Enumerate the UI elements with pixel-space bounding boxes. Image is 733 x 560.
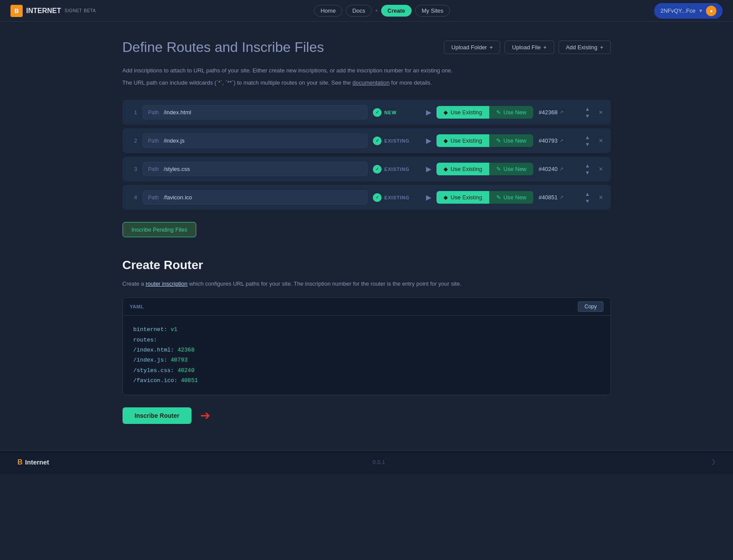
row-up-button[interactable]: ▲ <box>583 134 592 140</box>
nav-create[interactable]: Create <box>381 5 412 17</box>
use-existing-button[interactable]: ◆ Use Existing <box>436 163 489 175</box>
logo-icon: B <box>10 5 23 17</box>
external-link-icon[interactable]: ↗ <box>559 109 563 115</box>
badge-beta: BETA <box>84 8 95 13</box>
use-btn-group: ◆ Use Existing ✎ Use New <box>436 106 533 119</box>
arrow-icon: ➔ <box>200 408 210 423</box>
external-link-icon[interactable]: ↗ <box>559 138 563 143</box>
nav-links: Home Docs Create My Sites <box>110 5 655 17</box>
route-row: 3 Path /styles.css ✓ EXISTING ▶ ◆ Use Ex… <box>123 157 611 181</box>
row-up-button[interactable]: ▲ <box>583 106 592 112</box>
row-controls: ▲ ▼ <box>583 191 592 204</box>
upload-file-button[interactable]: Upload File + <box>505 41 554 54</box>
external-link-icon[interactable]: ↗ <box>559 195 563 200</box>
router-inscription-link[interactable]: router inscription <box>146 280 188 287</box>
use-existing-button[interactable]: ◆ Use Existing <box>436 134 489 147</box>
path-value: /styles.css <box>164 166 190 172</box>
routes-section: 1 Path /index.html ✓ NEW ▶ ◆ Use Existin… <box>123 100 611 237</box>
use-existing-button[interactable]: ◆ Use Existing <box>436 191 489 204</box>
main-content: Define Routes and Inscribe Files Upload … <box>105 22 628 450</box>
route-num: 2 <box>129 137 137 144</box>
add-existing-button[interactable]: Add Existing + <box>559 41 611 54</box>
page-header: Define Routes and Inscribe Files Upload … <box>123 39 611 55</box>
footer-logo: B Internet <box>17 458 49 466</box>
inscription-num: #40240 <box>539 166 557 172</box>
status-badge: ✓ EXISTING <box>373 165 421 174</box>
use-new-button[interactable]: ✎ Use New <box>489 191 534 204</box>
page-title-sub: and Inscribe Files <box>211 39 324 55</box>
row-down-button[interactable]: ▼ <box>583 198 592 204</box>
route-row: 4 Path /favicon.ico ✓ EXISTING ▶ ◆ Use E… <box>123 185 611 210</box>
path-value: /index.js <box>164 137 185 144</box>
footer-logo-b: B <box>17 458 23 466</box>
wallet-address: 2NFvQY...Fce <box>660 7 695 14</box>
use-new-button[interactable]: ✎ Use New <box>489 163 534 175</box>
upload-folder-label: Upload Folder <box>451 44 487 51</box>
use-btn-group: ◆ Use Existing ✎ Use New <box>436 134 533 147</box>
row-up-button[interactable]: ▲ <box>583 191 592 197</box>
plus-icon-3: + <box>600 44 603 51</box>
row-controls: ▲ ▼ <box>583 163 592 176</box>
desc2-post: for more details. <box>389 79 432 86</box>
nav-docs[interactable]: Docs <box>346 5 372 17</box>
external-link-icon[interactable]: ↗ <box>559 166 563 172</box>
use-btn-group: ◆ Use Existing ✎ Use New <box>436 163 533 175</box>
file-icon[interactable]: ▶ <box>426 137 431 145</box>
path-label: Path <box>148 138 160 144</box>
diamond-icon: ◆ <box>443 194 448 201</box>
route-num: 4 <box>129 194 137 201</box>
routes-container: 1 Path /index.html ✓ NEW ▶ ◆ Use Existin… <box>123 100 611 210</box>
copy-button[interactable]: Copy <box>578 301 603 312</box>
file-icon[interactable]: ▶ <box>426 193 431 201</box>
route-num: 1 <box>129 109 137 116</box>
row-down-button[interactable]: ▼ <box>583 141 592 147</box>
row-delete-button[interactable]: × <box>597 109 604 116</box>
nav-my-sites[interactable]: My Sites <box>415 5 450 17</box>
plus-icon: + <box>490 44 493 51</box>
route-num: 3 <box>129 166 137 172</box>
inscription-ref: #42368 ↗ <box>539 109 578 116</box>
path-label: Path <box>148 109 160 116</box>
use-new-button[interactable]: ✎ Use New <box>489 134 534 147</box>
upload-folder-button[interactable]: Upload Folder + <box>444 41 500 54</box>
inscribe-router-button[interactable]: Inscribe Router <box>123 407 192 424</box>
file-icon[interactable]: ▶ <box>426 108 431 116</box>
path-field: Path /index.html <box>143 105 368 120</box>
page-title: Define Routes and Inscribe Files <box>123 39 324 55</box>
path-field: Path /favicon.ico <box>143 190 368 205</box>
pen-icon: ✎ <box>496 109 501 116</box>
row-delete-button[interactable]: × <box>597 194 604 201</box>
row-controls: ▲ ▼ <box>583 106 592 119</box>
row-down-button[interactable]: ▼ <box>583 113 592 119</box>
footer: B Internet 0.0.1 ☽ <box>0 450 733 474</box>
use-existing-button[interactable]: ◆ Use Existing <box>436 106 489 119</box>
toolbar: Upload Folder + Upload File + Add Existi… <box>444 41 610 54</box>
use-new-button[interactable]: ✎ Use New <box>489 106 534 119</box>
description-1: Add inscriptions to attach to URL paths … <box>123 66 611 75</box>
nav-home[interactable]: Home <box>314 5 342 17</box>
logo-badges: SIGNET BETA <box>65 8 96 13</box>
yaml-line-3: /index.html: 42368 <box>133 345 600 355</box>
create-router-title: Create Router <box>123 258 611 272</box>
inscription-num: #42368 <box>539 109 557 116</box>
yaml-line-6: /favicon.ico: 40851 <box>133 376 600 386</box>
router-desc-post: which configures URL paths for your site… <box>188 280 461 287</box>
inscribe-pending-button[interactable]: Inscribe Pending Files <box>123 222 197 237</box>
yaml-content: binternet: v1 routes: /index.html: 42368… <box>123 316 610 394</box>
theme-toggle-icon[interactable]: ☽ <box>709 458 716 467</box>
path-label: Path <box>148 195 160 201</box>
plus-icon-2: + <box>543 44 547 51</box>
wallet-button[interactable]: 2NFvQY...Fce ▼ ● <box>654 3 723 19</box>
documentation-link[interactable]: documentation <box>352 79 389 86</box>
path-label: Path <box>148 166 160 172</box>
row-delete-button[interactable]: × <box>597 165 604 173</box>
description-2: The URL path can include wildcards (`*`,… <box>123 78 611 88</box>
row-up-button[interactable]: ▲ <box>583 163 592 169</box>
path-value: /index.html <box>164 109 191 116</box>
inscribe-router-row: Inscribe Router ➔ <box>123 407 611 424</box>
status-text: EXISTING <box>384 167 409 172</box>
row-down-button[interactable]: ▼ <box>583 170 592 176</box>
logo-name: INTERNET <box>26 7 61 15</box>
row-delete-button[interactable]: × <box>597 137 604 145</box>
file-icon[interactable]: ▶ <box>426 165 431 173</box>
